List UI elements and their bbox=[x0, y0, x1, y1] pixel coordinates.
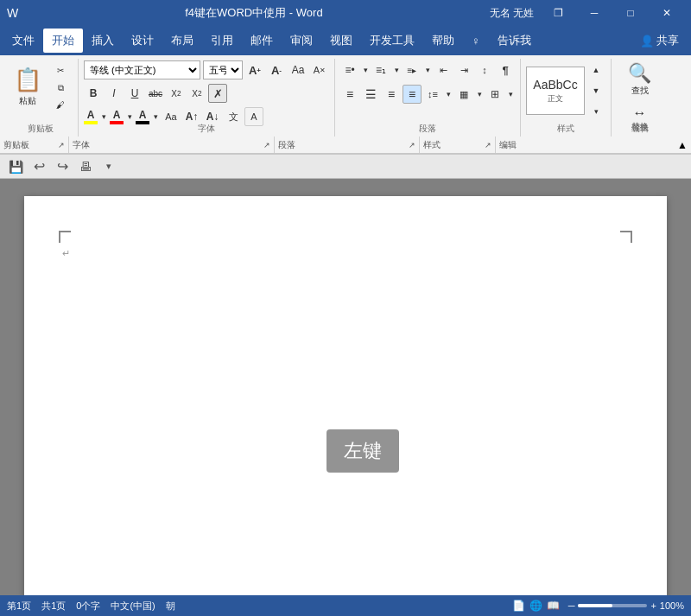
styles-preview[interactable]: AaBbCc 正文 bbox=[526, 67, 585, 115]
shading-dropdown[interactable]: ▾ bbox=[475, 85, 484, 104]
bullets-dropdown[interactable]: ▾ bbox=[361, 60, 370, 79]
italic-button[interactable]: I bbox=[105, 84, 124, 103]
borders-button[interactable]: ⊞ bbox=[485, 85, 504, 104]
page-indicator: 第1页 bbox=[7, 600, 31, 613]
menu-female[interactable]: ♀ bbox=[463, 29, 489, 53]
clear-format-button[interactable]: A✕ bbox=[310, 60, 329, 79]
menu-mailings[interactable]: 邮件 bbox=[242, 29, 282, 53]
multilevel-button[interactable]: ≡▸ bbox=[403, 60, 422, 79]
paste-label: 粘贴 bbox=[19, 95, 36, 107]
ribbon: 📋 粘贴 ✂ ⧉ 🖌 剪贴板 等线 (中文正文) bbox=[0, 55, 691, 155]
read-view-button[interactable]: 📖 bbox=[546, 598, 561, 613]
collapse-ribbon-button[interactable]: ▲ bbox=[677, 139, 691, 151]
shrink-font-button[interactable]: A- bbox=[267, 60, 286, 79]
corner-mark-tl bbox=[59, 231, 71, 243]
title-text: f4键在WORD中使用 - Word bbox=[18, 5, 489, 21]
document-page: ↵ 左键 bbox=[24, 196, 667, 599]
language: 中文(中国) bbox=[111, 600, 155, 613]
font-size-select[interactable]: 五号 bbox=[203, 60, 243, 79]
find-button[interactable]: 🔍 查找 bbox=[626, 60, 653, 98]
decrease-indent-button[interactable]: ⇤ bbox=[434, 60, 453, 79]
numbering-button[interactable]: ≡₁ bbox=[371, 60, 390, 79]
menu-developer[interactable]: 开发工具 bbox=[361, 29, 423, 53]
paragraph-label: 段落 bbox=[335, 123, 520, 135]
copy-button[interactable]: ⧉ bbox=[48, 79, 73, 96]
paste-button[interactable]: 📋 粘贴 bbox=[9, 60, 47, 112]
font-section-label: 字体 ↗ bbox=[69, 137, 275, 153]
zoom-out-button[interactable]: ─ bbox=[568, 600, 575, 611]
menu-design[interactable]: 设计 bbox=[123, 29, 162, 53]
status-left: 第1页 共1页 0个字 中文(中国) 朝 bbox=[7, 600, 175, 613]
user-name: 无名 无姓 bbox=[490, 6, 534, 21]
paragraph-expand[interactable]: ↗ bbox=[409, 141, 415, 149]
zoom-slider[interactable] bbox=[578, 604, 647, 607]
print-view-button[interactable]: 📄 bbox=[511, 598, 527, 613]
font-name-select[interactable]: 等线 (中文正文) bbox=[84, 60, 200, 79]
shading-button[interactable]: ▦ bbox=[454, 85, 473, 104]
menu-insert[interactable]: 插入 bbox=[83, 29, 123, 53]
qa-redo-button[interactable]: ↪ bbox=[52, 156, 73, 177]
zoom-in-button[interactable]: + bbox=[650, 600, 656, 611]
zoom-level: 100% bbox=[660, 600, 684, 611]
align-left-button[interactable]: ≡ bbox=[340, 85, 359, 104]
format-painter-button[interactable]: 🖌 bbox=[48, 97, 73, 113]
cut-button[interactable]: ✂ bbox=[48, 62, 73, 79]
paragraph-group: ≡• ▾ ≡₁ ▾ ≡▸ ▾ ⇤ ⇥ ↕ ¶ ≡ ☰ ≡ bbox=[335, 59, 521, 137]
styles-scroll-up[interactable]: ▲ bbox=[586, 60, 605, 79]
styles-expand[interactable]: ▾ bbox=[586, 102, 605, 121]
status-bar: 第1页 共1页 0个字 中文(中国) 朝 📄 🌐 📖 ─ + 100% bbox=[0, 595, 691, 616]
replace-icon: ↔ bbox=[633, 105, 647, 121]
total-pages: 共1页 bbox=[41, 600, 66, 613]
close-button[interactable]: ✕ bbox=[650, 2, 684, 24]
menu-view[interactable]: 视图 bbox=[321, 29, 361, 53]
qa-print-button[interactable]: 🖶 bbox=[75, 156, 96, 177]
menu-share[interactable]: 👤共享 bbox=[631, 29, 688, 53]
strikethrough-button[interactable]: abc bbox=[146, 84, 165, 103]
menu-references[interactable]: 引用 bbox=[202, 29, 242, 53]
increase-indent-button[interactable]: ⇥ bbox=[454, 60, 473, 79]
clipboard-expand[interactable]: ↗ bbox=[58, 141, 65, 149]
show-marks-button[interactable]: ¶ bbox=[496, 60, 515, 79]
document-area[interactable]: ↵ 左键 bbox=[0, 179, 691, 616]
track-changes: 朝 bbox=[166, 600, 175, 613]
subscript-button[interactable]: X2 bbox=[167, 84, 186, 103]
underline-button[interactable]: U bbox=[125, 84, 144, 103]
editing-label: 编辑 bbox=[612, 123, 668, 135]
multilevel-dropdown[interactable]: ▾ bbox=[423, 60, 432, 79]
styles-scroll-down[interactable]: ▼ bbox=[586, 81, 605, 100]
line-spacing-dropdown[interactable]: ▾ bbox=[444, 85, 453, 104]
numbering-dropdown[interactable]: ▾ bbox=[392, 60, 401, 79]
minimize-button[interactable]: ─ bbox=[577, 2, 612, 24]
grow-font-button[interactable]: A+ bbox=[245, 60, 264, 79]
align-center-button[interactable]: ☰ bbox=[361, 85, 380, 104]
qa-save-button[interactable]: 💾 bbox=[5, 156, 26, 177]
sort-button[interactable]: ↕ bbox=[475, 60, 494, 79]
cursor-line: ↵ bbox=[62, 248, 70, 259]
menu-review[interactable]: 审阅 bbox=[282, 29, 321, 53]
superscript-button[interactable]: X2 bbox=[187, 84, 206, 103]
qa-undo-button[interactable]: ↩ bbox=[29, 156, 49, 177]
app-icon: W bbox=[7, 6, 18, 20]
web-view-button[interactable]: 🌐 bbox=[529, 598, 544, 613]
styles-expand[interactable]: ↗ bbox=[485, 141, 491, 149]
menu-tell-me[interactable]: 告诉我 bbox=[489, 29, 540, 53]
borders-dropdown[interactable]: ▾ bbox=[506, 85, 515, 104]
bullets-button[interactable]: ≡• bbox=[340, 60, 359, 79]
editing-group: 🔍 查找 ↔ 替换 编辑 bbox=[612, 59, 668, 137]
font-expand[interactable]: ↗ bbox=[263, 141, 270, 149]
line-spacing-button[interactable]: ↕≡ bbox=[423, 85, 442, 104]
clear-all-button[interactable]: ✗ bbox=[208, 84, 227, 103]
menu-home[interactable]: 开始 bbox=[43, 29, 83, 53]
justify-button[interactable]: ≡ bbox=[403, 85, 422, 104]
align-right-button[interactable]: ≡ bbox=[382, 85, 401, 104]
menu-help[interactable]: 帮助 bbox=[423, 29, 463, 53]
font-label: 字体 bbox=[79, 123, 334, 135]
change-case-button[interactable]: Aa bbox=[288, 60, 307, 79]
restore-button[interactable]: ❐ bbox=[541, 2, 575, 24]
qa-more-button[interactable]: ▾ bbox=[98, 156, 119, 177]
bold-button[interactable]: B bbox=[84, 84, 103, 103]
maximize-button[interactable]: □ bbox=[613, 2, 648, 24]
menu-layout[interactable]: 布局 bbox=[162, 29, 202, 53]
styles-section-label: 样式 ↗ bbox=[420, 137, 496, 153]
menu-file[interactable]: 文件 bbox=[3, 29, 43, 53]
